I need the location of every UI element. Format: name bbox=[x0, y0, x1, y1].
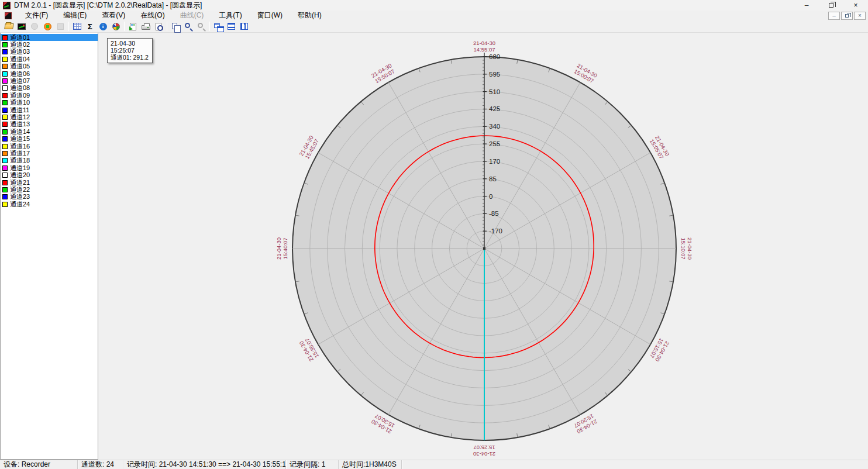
channel-color-swatch bbox=[2, 85, 8, 91]
statistics-icon: Σ bbox=[88, 23, 92, 30]
record-active-button[interactable] bbox=[41, 21, 54, 32]
status-record-time: 记录时间: 21-04-30 14:51:30 ==> 21-04-30 15:… bbox=[123, 460, 286, 469]
stop-record-icon bbox=[57, 23, 64, 30]
open-file-button[interactable] bbox=[2, 21, 15, 32]
svg-text:425: 425 bbox=[489, 105, 500, 112]
record-active-icon bbox=[44, 23, 51, 30]
status-empty bbox=[402, 460, 868, 469]
status-device: 设备: Recorder bbox=[0, 460, 78, 469]
channel-color-swatch bbox=[2, 93, 8, 98]
channel-color-swatch bbox=[2, 151, 8, 156]
channel-color-swatch bbox=[2, 158, 8, 163]
menu-help[interactable]: 帮助(H) bbox=[290, 10, 329, 21]
data-table-icon bbox=[73, 23, 81, 30]
svg-text:-85: -85 bbox=[489, 210, 499, 217]
pie-chart-button[interactable] bbox=[109, 21, 122, 32]
svg-text:85: 85 bbox=[489, 175, 497, 182]
svg-text:-170: -170 bbox=[489, 227, 502, 235]
menu-edit[interactable]: 编辑(E) bbox=[56, 10, 94, 21]
menu-curve: 曲线(C) bbox=[173, 10, 212, 21]
zoom-out-icon bbox=[198, 23, 203, 28]
toolbar: Σi bbox=[0, 20, 868, 33]
svg-text:255: 255 bbox=[489, 140, 500, 147]
panel-splitter[interactable] bbox=[98, 33, 102, 460]
statistics-button[interactable]: Σ bbox=[84, 21, 97, 32]
mdi-child-icon[interactable] bbox=[5, 12, 12, 19]
cascade-windows-button[interactable] bbox=[212, 21, 225, 32]
open-file-icon bbox=[4, 23, 14, 29]
circular-chart[interactable]: 21-04-30 15:25:07 通道01: 291.2 6805955104… bbox=[102, 33, 868, 460]
tile-horizontal-icon bbox=[228, 23, 235, 30]
channel-color-swatch bbox=[2, 180, 8, 185]
channel-color-swatch bbox=[2, 115, 8, 120]
menu-online[interactable]: 在线(O) bbox=[133, 10, 172, 21]
channel-item-通道24[interactable]: 通道24 bbox=[1, 201, 98, 208]
tile-vertical-icon bbox=[240, 23, 248, 30]
channel-color-swatch bbox=[2, 122, 8, 127]
menu-file[interactable]: 文件(F) bbox=[18, 10, 56, 21]
tile-horizontal-button[interactable] bbox=[225, 21, 237, 32]
menu-window[interactable]: 窗口(W) bbox=[250, 10, 290, 21]
svg-text:21-04-30: 21-04-30 bbox=[473, 40, 495, 46]
tile-vertical-button[interactable] bbox=[237, 21, 250, 32]
app-icon bbox=[3, 2, 11, 9]
export-icon bbox=[130, 23, 136, 30]
stop-record-button bbox=[54, 21, 67, 32]
restore-button[interactable] bbox=[819, 0, 843, 11]
copy-icon bbox=[172, 23, 177, 29]
toolbar-separator bbox=[167, 22, 167, 31]
svg-text:510: 510 bbox=[489, 88, 500, 95]
zoom-out-button bbox=[195, 21, 208, 32]
channel-color-swatch bbox=[2, 64, 8, 69]
channel-color-swatch bbox=[2, 136, 8, 142]
tooltip-time: 15:25:07 bbox=[111, 47, 149, 54]
value-tooltip: 21-04-30 15:25:07 通道01: 291.2 bbox=[107, 38, 153, 63]
channel-color-swatch bbox=[2, 49, 8, 54]
channel-color-swatch bbox=[2, 35, 8, 40]
info-button[interactable]: i bbox=[97, 21, 109, 32]
svg-text:14:55:07: 14:55:07 bbox=[474, 46, 495, 53]
copy-button[interactable] bbox=[169, 21, 182, 32]
print-icon bbox=[142, 25, 150, 30]
print-button[interactable] bbox=[139, 21, 152, 32]
child-restore-button[interactable] bbox=[841, 12, 853, 20]
channel-label: 通道24 bbox=[10, 200, 30, 209]
cascade-windows-icon bbox=[214, 23, 220, 28]
status-channel-count: 通道数: 24 bbox=[78, 460, 123, 469]
channel-color-swatch bbox=[2, 173, 8, 178]
channel-list: 通道01通道02通道03通道04通道05通道06通道07通道08通道09通道10… bbox=[0, 33, 98, 460]
realtime-chart-button[interactable] bbox=[15, 21, 28, 32]
channel-color-swatch bbox=[2, 108, 8, 113]
pie-chart-icon bbox=[112, 23, 120, 30]
menu-tools[interactable]: 工具(T) bbox=[211, 10, 249, 21]
title-bar: DTM 2.0.1 - [圆盘显示] [C:\DTM 2.0.2\RealDat… bbox=[0, 0, 868, 11]
record-idle-icon bbox=[31, 23, 38, 30]
svg-text:0: 0 bbox=[489, 193, 492, 200]
close-button[interactable]: × bbox=[843, 0, 868, 11]
svg-text:680: 680 bbox=[489, 53, 500, 60]
minimize-button[interactable]: – bbox=[794, 0, 819, 11]
channel-color-swatch bbox=[2, 100, 8, 105]
realtime-chart-icon bbox=[18, 23, 26, 30]
export-button[interactable] bbox=[126, 21, 139, 32]
child-minimize-button[interactable]: – bbox=[828, 12, 840, 20]
svg-text:15:25:07: 15:25:07 bbox=[474, 444, 495, 451]
channel-color-swatch bbox=[2, 144, 8, 149]
channel-color-swatch bbox=[2, 129, 8, 135]
status-interval: 记录间隔: 1 bbox=[286, 460, 339, 469]
toolbar-separator bbox=[68, 22, 69, 31]
menu-view[interactable]: 查看(V) bbox=[94, 10, 133, 21]
tooltip-date: 21-04-30 bbox=[111, 40, 149, 47]
print-preview-button[interactable] bbox=[152, 21, 165, 32]
channel-color-swatch bbox=[2, 78, 8, 84]
status-total-time: 总时间:1H3M40S bbox=[339, 460, 402, 469]
svg-text:340: 340 bbox=[489, 123, 500, 130]
zoom-in-icon bbox=[185, 23, 190, 28]
zoom-in-button[interactable] bbox=[182, 21, 195, 32]
data-table-button[interactable] bbox=[71, 21, 84, 32]
svg-text:21-04-30: 21-04-30 bbox=[687, 237, 693, 260]
svg-text:170: 170 bbox=[489, 158, 500, 165]
child-close-button[interactable]: × bbox=[854, 12, 866, 20]
info-icon: i bbox=[99, 23, 107, 30]
channel-color-swatch bbox=[2, 202, 8, 207]
